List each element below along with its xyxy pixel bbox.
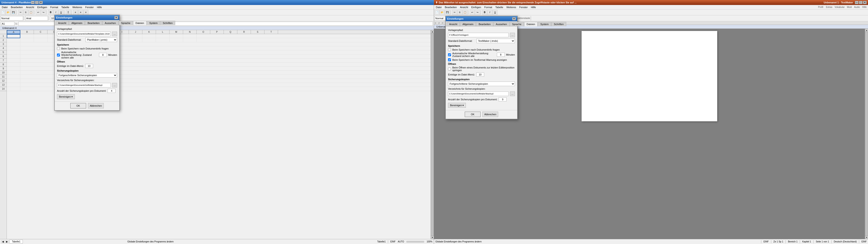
save-button[interactable]: 💾 <box>11 10 16 15</box>
scroll-up-button[interactable]: ▲ <box>431 30 434 33</box>
cell-k1[interactable] <box>143 34 156 38</box>
tab-system-left[interactable]: System <box>147 21 160 25</box>
oeffnen-spinbox-right[interactable] <box>476 72 484 77</box>
sicherung-dropdown-right[interactable]: Fortgeschrittene Sicherungskopien <box>448 82 515 86</box>
verzeichnis-input-left[interactable] <box>57 83 111 87</box>
sum-button[interactable]: Σ <box>66 10 71 15</box>
tm-close-button[interactable]: ✕ <box>863 1 867 4</box>
menu-ansicht[interactable]: Ansicht <box>25 6 35 9</box>
tab-scroll-right[interactable]: ▶ <box>5 240 8 243</box>
tm-bold-button[interactable]: B <box>482 10 487 15</box>
cell-a1[interactable] <box>7 34 20 38</box>
menu-hilfe[interactable]: Hilfe <box>96 6 103 9</box>
tm-undo-button[interactable]: ↩ <box>470 10 475 15</box>
tm-menu-fenster[interactable]: Fenster <box>518 6 529 9</box>
tm-scroll-thumb[interactable] <box>865 32 868 236</box>
spinbox1-right[interactable] <box>497 53 505 57</box>
tm-menu-hilfe[interactable]: Hilfe <box>530 6 537 9</box>
tab-bearbeiten-right[interactable]: Bearbeiten <box>476 22 493 26</box>
style-dropdown[interactable]: Normal <box>0 16 23 21</box>
bereinigen-button-right[interactable]: Bereinigen ▾ <box>448 103 466 108</box>
align-center-button[interactable]: ≡ <box>78 10 83 15</box>
redo-button[interactable]: ↪ <box>41 10 46 15</box>
tm-scroll-down-button[interactable]: ▼ <box>865 236 868 239</box>
cell-c2[interactable] <box>34 38 48 42</box>
zoom-slider[interactable] <box>406 241 424 243</box>
cell-m2[interactable] <box>169 38 183 42</box>
ok-button-left[interactable]: OK <box>70 103 86 109</box>
sheet-tab-tabelle1[interactable]: Tabelle1 <box>9 240 23 244</box>
menu-bearbeiten[interactable]: Bearbeiten <box>9 6 24 9</box>
dialog-close-right[interactable]: ✕ <box>512 17 516 20</box>
abbrechen-button-left[interactable]: Abbrechen <box>88 103 104 109</box>
tab-ansicht-right[interactable]: Ansicht <box>447 22 460 26</box>
checkbox2-left[interactable] <box>57 54 60 57</box>
cell-a2[interactable] <box>7 38 20 42</box>
cell-j2[interactable] <box>129 38 143 42</box>
tm-minimize-button[interactable]: — <box>855 1 859 4</box>
cell-l1[interactable] <box>156 34 169 38</box>
tab-system-right[interactable]: System <box>538 22 551 26</box>
align-right-button[interactable]: ≡ <box>84 10 88 15</box>
standard-format-dropdown-left[interactable]: PlanMaker (.pmtx) <box>86 37 117 42</box>
tm-save-button[interactable]: 💾 <box>445 10 450 15</box>
maximize-button[interactable]: □ <box>35 1 39 4</box>
tm-cut-button[interactable]: ✂ <box>452 10 457 15</box>
tm-menu-format[interactable]: Format <box>483 6 493 9</box>
tm-italic-button[interactable]: I <box>487 10 492 15</box>
menu-tabelle[interactable]: Tabelle <box>60 6 70 9</box>
scroll-thumb[interactable] <box>431 33 434 236</box>
tm-underline-button[interactable]: U <box>493 10 498 15</box>
verzeichnis-browse-left[interactable]: … <box>112 83 117 87</box>
tm-scroll-up-button[interactable]: ▲ <box>865 29 868 32</box>
tab-ansicht-left[interactable]: Ansicht <box>56 21 69 25</box>
tm-vertical-scrollbar[interactable]: ▲ ▼ <box>865 29 868 239</box>
cell-k2[interactable] <box>143 38 156 42</box>
tm-open-button[interactable]: 📂 <box>440 10 445 15</box>
scroll-down-button[interactable]: ▼ <box>431 236 434 239</box>
tm-copy-button[interactable]: ⎘ <box>457 10 462 15</box>
abbrechen-button-right[interactable]: Abbrechen <box>483 112 498 117</box>
verzeichnis-input-right[interactable] <box>448 92 508 96</box>
tab-bearbeiten-left[interactable]: Bearbeiten <box>85 21 102 25</box>
menu-weiteres[interactable]: Weiteres <box>71 6 84 9</box>
oeffnen-checkbox-right[interactable] <box>448 67 451 70</box>
checkbox1-left[interactable] <box>57 47 60 50</box>
undo-button[interactable]: ↩ <box>36 10 41 15</box>
ok-button-right[interactable]: OK <box>465 112 480 117</box>
tab-aussehen-right[interactable]: Aussehen <box>493 22 509 26</box>
italic-button[interactable]: I <box>53 10 58 15</box>
cell-n2[interactable] <box>183 38 197 42</box>
tm-menu-einfuegen[interactable]: Einfügen <box>470 6 483 9</box>
tm-redo-button[interactable]: ↪ <box>475 10 480 15</box>
checkbox3-right[interactable] <box>448 58 451 61</box>
new-button[interactable]: 📄 <box>0 10 5 15</box>
tm-menu-weiteres[interactable]: Weiteres <box>505 6 518 9</box>
tab-allgemein-right[interactable]: Allgemein <box>460 22 476 26</box>
anzahl-spinbox-right[interactable] <box>499 97 506 101</box>
cell-b2[interactable] <box>20 38 34 42</box>
tm-maximize-button[interactable]: □ <box>859 1 863 4</box>
dialog-close-left[interactable]: ✕ <box>114 16 118 19</box>
vorlagenpfad-browse-right[interactable]: … <box>510 33 515 37</box>
bold-button[interactable]: B <box>48 10 53 15</box>
close-button[interactable]: ✕ <box>39 1 43 4</box>
menu-format[interactable]: Format <box>49 6 59 9</box>
tab-aussehen-left[interactable]: Aussehen <box>102 21 119 25</box>
verzeichnis-browse-right[interactable]: … <box>510 92 515 96</box>
menu-datei[interactable]: Datei <box>0 6 9 9</box>
tm-menu-tabelle[interactable]: Tabelle <box>494 6 504 9</box>
tab-sprache-right[interactable]: Sprache <box>510 22 524 26</box>
vorlagenpfad-browse-left[interactable]: … <box>112 32 117 36</box>
tab-schriften-left[interactable]: Schriften <box>160 21 175 25</box>
spinbox1-left[interactable] <box>99 53 107 57</box>
tab-schriften-right[interactable]: Schriften <box>551 22 566 26</box>
open-button[interactable]: 📂 <box>6 10 11 15</box>
vorlagenpfad-input-left[interactable] <box>57 32 111 36</box>
cell-b1[interactable] <box>20 34 34 38</box>
align-left-button[interactable]: ≡ <box>73 10 78 15</box>
anzahl-spinbox-left[interactable] <box>107 89 116 93</box>
cell-c1[interactable] <box>34 34 48 38</box>
menu-einfuegen[interactable]: Einfügen <box>36 6 49 9</box>
copy-button[interactable]: ⎘ <box>23 10 28 15</box>
